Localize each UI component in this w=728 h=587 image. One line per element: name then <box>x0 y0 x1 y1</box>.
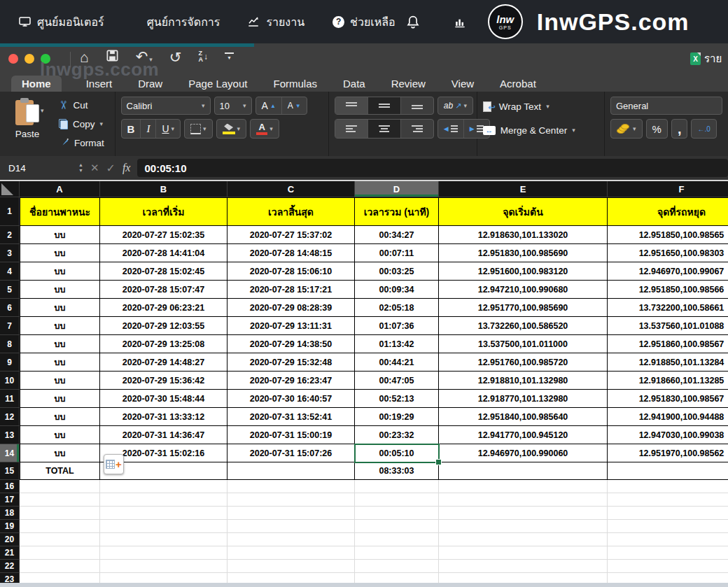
wrap-text-button[interactable]: ↩ Wrap Text ▾ <box>483 97 598 116</box>
align-center-button[interactable] <box>368 120 401 138</box>
insert-function-icon[interactable]: fx <box>122 162 131 174</box>
cell-A19[interactable] <box>20 520 100 533</box>
cell-A16[interactable] <box>20 480 100 493</box>
align-right-button[interactable] <box>401 120 433 138</box>
cell-A3[interactable]: บบ <box>20 244 100 262</box>
select-all-corner[interactable] <box>0 181 20 197</box>
column-header-B[interactable]: B <box>100 181 227 197</box>
cell-D17[interactable] <box>355 493 439 507</box>
nav-item-help[interactable]: ? ช่วยเหลือ <box>332 13 396 31</box>
cell-A5[interactable]: บบ <box>20 281 100 299</box>
cell-F12[interactable]: 12.941900,100.94488 <box>608 408 728 426</box>
cell-D14[interactable]: 00:05:10 <box>355 444 439 462</box>
column-header-A[interactable]: A <box>20 181 100 197</box>
header-cell-E1[interactable]: จุดเริ่มต้น <box>439 197 608 226</box>
undo-button[interactable]: ↶▾ <box>136 49 153 64</box>
cell-D3[interactable]: 00:07:11 <box>355 244 439 262</box>
bottom-scrollbar-strip[interactable] <box>0 583 728 587</box>
brand-title[interactable]: InwGPS.com <box>537 8 690 36</box>
cell-A15[interactable]: TOTAL <box>20 462 100 480</box>
lnwgps-logo[interactable]: lnw GPS <box>488 4 523 39</box>
cell-E10[interactable]: 12.918810,101.132980 <box>439 372 608 390</box>
row-header-21[interactable]: 21 <box>0 546 20 560</box>
cell-F14[interactable]: 12.951970,100.98562 <box>608 444 728 462</box>
cell-A8[interactable]: บบ <box>20 335 100 353</box>
fill-color-button[interactable]: ▾ <box>217 120 246 138</box>
cell-B9[interactable]: 2020-07-29 14:48:27 <box>100 353 227 372</box>
cell-B18[interactable] <box>100 507 227 520</box>
copy-button[interactable]: Copy ▾ <box>59 117 104 131</box>
cell-A7[interactable]: บบ <box>20 317 100 335</box>
cell-E22[interactable] <box>439 560 608 573</box>
cell-C18[interactable] <box>227 507 355 520</box>
cell-B5[interactable]: 2020-07-28 15:07:47 <box>100 281 227 299</box>
row-header-7[interactable]: 7 <box>0 317 20 335</box>
cell-C10[interactable]: 2020-07-29 16:23:47 <box>227 372 355 390</box>
merge-center-button[interactable]: ↔ Merge & Center ▾ <box>483 120 598 140</box>
cell-B8[interactable]: 2020-07-29 13:25:08 <box>100 335 227 353</box>
row-header-14[interactable]: 14 <box>0 444 20 462</box>
cell-D18[interactable] <box>355 507 439 520</box>
save-icon[interactable] <box>106 49 119 65</box>
cell-D22[interactable] <box>355 560 439 573</box>
zoom-window-button[interactable] <box>41 54 50 64</box>
cell-C6[interactable]: 2020-07-29 08:28:39 <box>227 299 355 317</box>
cell-B6[interactable]: 2020-07-29 06:23:21 <box>100 299 227 317</box>
cell-D4[interactable]: 00:03:25 <box>355 262 439 281</box>
column-header-D[interactable]: D <box>355 181 439 197</box>
tab-page-layout[interactable]: Page Layout <box>187 76 248 92</box>
cell-C9[interactable]: 2020-07-29 15:32:48 <box>227 353 355 372</box>
cell-E15[interactable] <box>439 462 608 480</box>
paste-options-button[interactable]: + <box>104 454 124 474</box>
tab-insert[interactable]: Insert <box>85 76 114 92</box>
cell-A11[interactable]: บบ <box>20 390 100 408</box>
row-header-19[interactable]: 19 <box>0 520 20 533</box>
header-cell-D1[interactable]: เวลารวม (นาที) <box>355 197 439 226</box>
chevron-down-icon[interactable]: ▾ <box>41 107 44 114</box>
row-header-13[interactable]: 13 <box>0 426 20 444</box>
font-size-select[interactable]: 10▾ <box>214 97 252 115</box>
cell-F20[interactable] <box>608 533 728 546</box>
cell-B19[interactable] <box>100 520 227 533</box>
cell-C12[interactable]: 2020-07-31 13:52:41 <box>227 408 355 426</box>
cell-F6[interactable]: 13.732200,100.58661 <box>608 299 728 317</box>
cell-F10[interactable]: 12.918660,101.13285 <box>608 372 728 390</box>
italic-button[interactable]: I <box>141 120 156 138</box>
underline-button[interactable]: U▾ <box>156 120 180 138</box>
cell-A21[interactable] <box>20 546 100 560</box>
tab-draw[interactable]: Draw <box>136 76 164 92</box>
row-header-17[interactable]: 17 <box>0 493 20 507</box>
cell-B20[interactable] <box>100 533 227 546</box>
cell-D7[interactable]: 01:07:36 <box>355 317 439 335</box>
cell-D11[interactable]: 00:52:13 <box>355 390 439 408</box>
header-cell-C1[interactable]: เวลาสิ้นสุด <box>227 197 355 226</box>
cell-A18[interactable] <box>20 507 100 520</box>
cell-C8[interactable]: 2020-07-29 14:38:50 <box>227 335 355 353</box>
cell-F3[interactable]: 12.951650,100.98303 <box>608 244 728 262</box>
cell-B22[interactable] <box>100 560 227 573</box>
cell-F17[interactable] <box>608 493 728 507</box>
cell-F15[interactable] <box>608 462 728 480</box>
cell-E20[interactable] <box>439 533 608 546</box>
cell-C5[interactable]: 2020-07-28 15:17:21 <box>227 281 355 299</box>
cell-E12[interactable]: 12.951840,100.985640 <box>439 408 608 426</box>
cell-C16[interactable] <box>227 480 355 493</box>
tab-data[interactable]: Data <box>342 76 367 92</box>
redo-icon[interactable]: ↺ <box>169 50 182 64</box>
paste-button[interactable]: Paste <box>6 97 49 151</box>
cell-F22[interactable] <box>608 560 728 573</box>
home-icon[interactable]: ⌂ <box>80 50 89 64</box>
increase-decimal-button[interactable]: ←.0 <box>692 120 715 138</box>
column-header-E[interactable]: E <box>439 181 608 197</box>
cell-B7[interactable]: 2020-07-29 12:03:55 <box>100 317 227 335</box>
row-header-10[interactable]: 10 <box>0 372 20 390</box>
row-header-5[interactable]: 5 <box>0 281 20 299</box>
column-header-F[interactable]: F <box>608 181 728 197</box>
cell-B17[interactable] <box>100 493 227 507</box>
comma-format-button[interactable]: , <box>672 120 687 138</box>
row-header-22[interactable]: 22 <box>0 560 20 573</box>
cell-A22[interactable] <box>20 560 100 573</box>
cell-C21[interactable] <box>227 546 355 560</box>
nav-item-management-center[interactable]: ศูนย์การจัดการ <box>131 13 220 31</box>
bell-icon[interactable] <box>405 14 421 29</box>
